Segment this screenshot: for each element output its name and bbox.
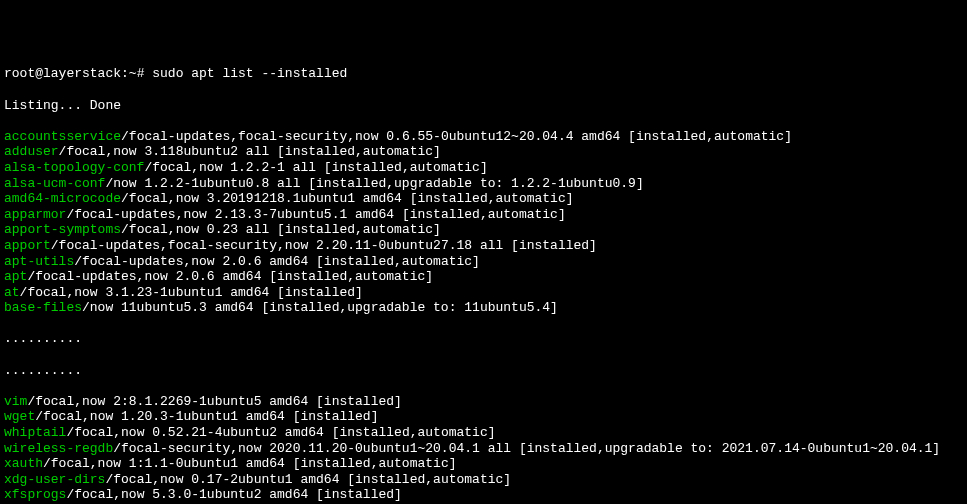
package-line: alsa-ucm-conf/now 1.2.2-1ubuntu0.8 all […	[4, 176, 963, 192]
package-details: /focal,now 1:1.1-0ubuntu1 amd64 [install…	[43, 456, 456, 471]
package-details: /now 1.2.2-1ubuntu0.8 all [installed,upg…	[105, 176, 643, 191]
package-line: apport-symptoms/focal,now 0.23 all [inst…	[4, 222, 963, 238]
package-line: apt/focal-updates,now 2.0.6 amd64 [insta…	[4, 269, 963, 285]
package-list-top: accountsservice/focal-updates,focal-secu…	[4, 129, 963, 316]
package-name: apt	[4, 269, 27, 284]
package-line: amd64-microcode/focal,now 3.20191218.1ub…	[4, 191, 963, 207]
command-text: sudo apt list --installed	[152, 66, 347, 81]
package-name: base-files	[4, 300, 82, 315]
package-line: wireless-regdb/focal-security,now 2020.1…	[4, 441, 963, 457]
package-name: apt-utils	[4, 254, 74, 269]
prompt-hash: #	[137, 66, 153, 81]
listing-status: Listing... Done	[4, 98, 963, 114]
package-details: /focal,now 0.17-2ubuntu1 amd64 [installe…	[105, 472, 511, 487]
package-line: alsa-topology-conf/focal,now 1.2.2-1 all…	[4, 160, 963, 176]
package-details: /focal,now 1.2.2-1 all [installed,automa…	[144, 160, 487, 175]
package-details: /focal,now 3.20191218.1ubuntu1 amd64 [in…	[121, 191, 573, 206]
package-name: xauth	[4, 456, 43, 471]
package-name: at	[4, 285, 20, 300]
package-name: adduser	[4, 144, 59, 159]
package-line: xauth/focal,now 1:1.1-0ubuntu1 amd64 [in…	[4, 456, 963, 472]
prompt-tilde: :~	[121, 66, 137, 81]
package-line: xdg-user-dirs/focal,now 0.17-2ubuntu1 am…	[4, 472, 963, 488]
package-details: /now 11ubuntu5.3 amd64 [installed,upgrad…	[82, 300, 558, 315]
ellipsis-line: ..........	[4, 331, 963, 347]
package-details: /focal-updates,now 2.0.6 amd64 [installe…	[74, 254, 480, 269]
package-name: whiptail	[4, 425, 66, 440]
package-name: apparmor	[4, 207, 66, 222]
prompt-user-host: root@layerstack	[4, 66, 121, 81]
ellipsis-line: ..........	[4, 363, 963, 379]
package-name: apport-symptoms	[4, 222, 121, 237]
package-details: /focal,now 5.3.0-1ubuntu2 amd64 [install…	[66, 487, 401, 502]
package-details: /focal-updates,now 2.0.6 amd64 [installe…	[27, 269, 433, 284]
package-line: apport/focal-updates,focal-security,now …	[4, 238, 963, 254]
package-line: whiptail/focal,now 0.52.21-4ubuntu2 amd6…	[4, 425, 963, 441]
package-details: /focal-updates,now 2.13.3-7ubuntu5.1 amd…	[66, 207, 565, 222]
package-line: base-files/now 11ubuntu5.3 amd64 [instal…	[4, 300, 963, 316]
package-details: /focal,now 3.118ubuntu2 all [installed,a…	[59, 144, 441, 159]
package-list-bottom: vim/focal,now 2:8.1.2269-1ubuntu5 amd64 …	[4, 394, 963, 504]
package-name: amd64-microcode	[4, 191, 121, 206]
package-details: /focal-security,now 2020.11.20-0ubuntu1~…	[113, 441, 940, 456]
package-line: at/focal,now 3.1.23-1ubuntu1 amd64 [inst…	[4, 285, 963, 301]
package-line: apparmor/focal-updates,now 2.13.3-7ubunt…	[4, 207, 963, 223]
package-line: apt-utils/focal-updates,now 2.0.6 amd64 …	[4, 254, 963, 270]
package-line: xfsprogs/focal,now 5.3.0-1ubuntu2 amd64 …	[4, 487, 963, 503]
package-line: wget/focal,now 1.20.3-1ubuntu1 amd64 [in…	[4, 409, 963, 425]
package-name: wireless-regdb	[4, 441, 113, 456]
package-name: apport	[4, 238, 51, 253]
package-name: alsa-topology-conf	[4, 160, 144, 175]
package-details: /focal,now 0.23 all [installed,automatic…	[121, 222, 441, 237]
prompt-line-1[interactable]: root@layerstack:~# sudo apt list --insta…	[4, 66, 963, 82]
package-line: accountsservice/focal-updates,focal-secu…	[4, 129, 963, 145]
package-name: accountsservice	[4, 129, 121, 144]
package-details: /focal,now 1.20.3-1ubuntu1 amd64 [instal…	[35, 409, 378, 424]
package-name: alsa-ucm-conf	[4, 176, 105, 191]
package-name: vim	[4, 394, 27, 409]
package-name: xdg-user-dirs	[4, 472, 105, 487]
package-details: /focal,now 3.1.23-1ubuntu1 amd64 [instal…	[20, 285, 363, 300]
package-name: xfsprogs	[4, 487, 66, 502]
package-line: adduser/focal,now 3.118ubuntu2 all [inst…	[4, 144, 963, 160]
package-details: /focal,now 0.52.21-4ubuntu2 amd64 [insta…	[66, 425, 495, 440]
package-line: vim/focal,now 2:8.1.2269-1ubuntu5 amd64 …	[4, 394, 963, 410]
package-details: /focal,now 2:8.1.2269-1ubuntu5 amd64 [in…	[27, 394, 401, 409]
package-details: /focal-updates,focal-security,now 2.20.1…	[51, 238, 597, 253]
package-name: wget	[4, 409, 35, 424]
package-details: /focal-updates,focal-security,now 0.6.55…	[121, 129, 792, 144]
